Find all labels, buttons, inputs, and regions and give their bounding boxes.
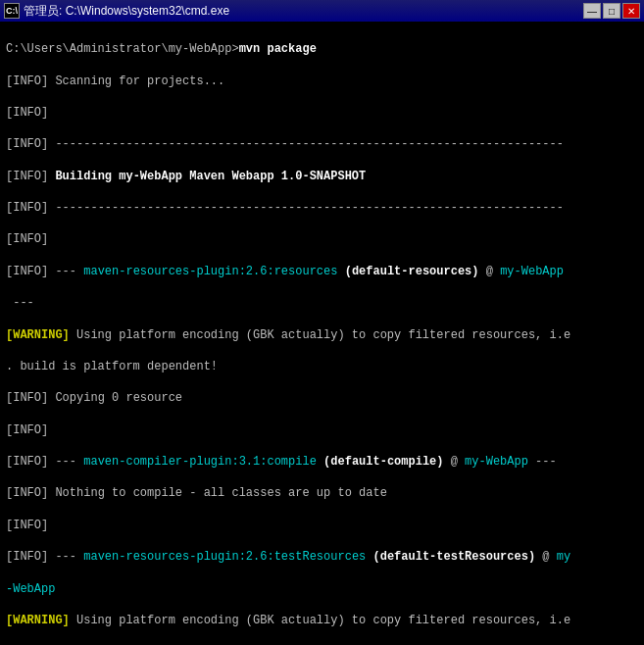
line-12: [INFO] --- maven-compiler-plugin:3.1:com…: [6, 454, 638, 470]
line-prompt: C:\Users\Administrator\my-WebApp>mvn pac…: [6, 41, 638, 57]
window-title: 管理员: C:\Windows\system32\cmd.exe: [24, 3, 583, 20]
line-8: [WARNING] Using platform encoding (GBK a…: [6, 327, 638, 343]
line-3: [INFO] ---------------------------------…: [6, 136, 638, 152]
line-4: [INFO] Building my-WebApp Maven Webapp 1…: [6, 169, 638, 184]
window-icon: C:\: [4, 3, 20, 19]
line-2: [INFO]: [6, 105, 638, 121]
line-13: [INFO] Nothing to compile - all classes …: [6, 485, 638, 501]
line-16: [WARNING] Using platform encoding (GBK a…: [6, 613, 638, 628]
line-1: [INFO] Scanning for projects...: [6, 74, 638, 89]
line-10: [INFO] Copying 0 resource: [6, 390, 638, 406]
line-11: [INFO]: [6, 422, 638, 438]
line-15: [INFO] --- maven-resources-plugin:2.6:te…: [6, 549, 638, 565]
line-5: [INFO] ---------------------------------…: [6, 200, 638, 216]
line-6: [INFO]: [6, 231, 638, 247]
line-15b: -WebApp: [6, 581, 638, 597]
title-bar: C:\ 管理员: C:\Windows\system32\cmd.exe — □…: [0, 0, 644, 22]
window-controls: — □ ✕: [583, 3, 640, 19]
line-7: [INFO] --- maven-resources-plugin:2.6:re…: [6, 264, 638, 279]
line-14: [INFO]: [6, 518, 638, 533]
minimize-button[interactable]: —: [583, 3, 601, 19]
close-button[interactable]: ✕: [622, 3, 640, 19]
maximize-button[interactable]: □: [603, 3, 620, 19]
terminal-output: C:\Users\Administrator\my-WebApp>mvn pac…: [0, 22, 644, 645]
line-7b: ---: [6, 295, 638, 311]
line-9: . build is platform dependent!: [6, 359, 638, 374]
